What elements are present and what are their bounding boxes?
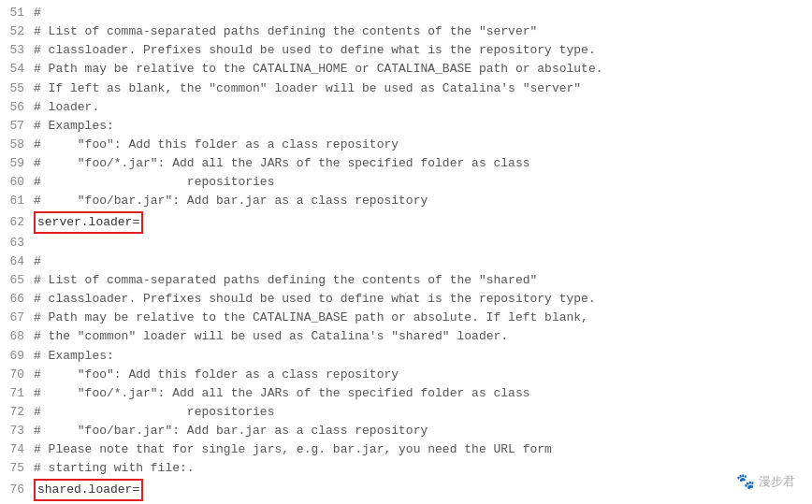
table-row: 73# "foo/bar.jar": Add bar.jar as a clas… [0, 422, 812, 440]
line-number: 62 [4, 213, 34, 232]
line-number: 56 [4, 98, 34, 117]
table-row: 54# Path may be relative to the CATALINA… [0, 60, 812, 79]
table-row: 55# If left as blank, the "common" loade… [0, 79, 812, 98]
line-number: 64 [4, 252, 34, 271]
watermark-text: 漫步君 [759, 472, 795, 491]
table-row: 70# "foo": Add this folder as a class re… [0, 366, 812, 384]
line-number: 57 [4, 117, 34, 136]
code-text: # loader. [34, 100, 99, 114]
table-row: 72# repositories [0, 403, 812, 422]
table-row: 66# classloader. Prefixes should be used… [0, 290, 812, 309]
table-row: 76shared.loader= [0, 479, 812, 501]
line-number: 63 [4, 234, 34, 252]
code-text: # [34, 254, 41, 268]
code-text: # List of comma-separated paths defining… [34, 273, 537, 287]
code-text: # classloader. Prefixes should be used t… [34, 43, 596, 57]
code-text: # classloader. Prefixes should be used t… [34, 292, 596, 306]
watermark-icon: 🐾 [736, 470, 755, 494]
code-text: # repositories [34, 405, 274, 419]
table-row: 71# "foo/*.jar": Add all the JARs of the… [0, 384, 812, 403]
code-text: # the "common" loader will be used as Ca… [34, 329, 508, 343]
line-number: 75 [4, 459, 34, 478]
line-number: 68 [4, 327, 34, 346]
code-text: # starting with file:. [34, 461, 195, 475]
table-row: 62server.loader= [0, 211, 812, 234]
line-number: 59 [4, 154, 34, 173]
table-row: 59# "foo/*.jar": Add all the JARs of the… [0, 154, 812, 173]
table-row: 51# [0, 4, 812, 22]
code-text: # "foo": Add this folder as a class repo… [34, 367, 399, 382]
code-text: # [34, 6, 41, 20]
code-text: # Examples: [34, 119, 114, 133]
code-viewer: 51#52# List of comma-separated paths def… [0, 0, 812, 504]
table-row: 56# loader. [0, 98, 812, 117]
line-number: 72 [4, 403, 34, 422]
table-row: 63 [0, 234, 812, 252]
code-text: # "foo/bar.jar": Add bar.jar as a class … [34, 194, 428, 208]
line-number: 58 [4, 136, 34, 154]
code-text: # If left as blank, the "common" loader … [34, 81, 581, 95]
table-row: 69# Examples: [0, 347, 812, 366]
table-row: 53# classloader. Prefixes should be used… [0, 41, 812, 60]
line-number: 73 [4, 422, 34, 440]
line-number: 52 [4, 22, 34, 41]
table-row: 57# Examples: [0, 117, 812, 136]
table-row: 67# Path may be relative to the CATALINA… [0, 309, 812, 327]
highlighted-code: shared.loader= [34, 479, 143, 501]
line-number: 76 [4, 481, 34, 499]
line-number: 66 [4, 290, 34, 309]
line-number: 53 [4, 41, 34, 60]
line-number: 54 [4, 60, 34, 79]
code-text: # "foo": Add this folder as a class repo… [34, 137, 399, 151]
code-text: # Please note that for single jars, e.g.… [34, 442, 552, 456]
code-text: # Examples: [34, 349, 114, 363]
table-row: 52# List of comma-separated paths defini… [0, 22, 812, 41]
code-text: # "foo/bar.jar": Add bar.jar as a class … [34, 424, 428, 438]
line-number: 67 [4, 309, 34, 327]
line-number: 70 [4, 366, 34, 384]
line-number: 55 [4, 79, 34, 98]
line-number: 65 [4, 271, 34, 290]
table-row: 74# Please note that for single jars, e.… [0, 440, 812, 459]
table-row: 58# "foo": Add this folder as a class re… [0, 136, 812, 154]
line-number: 60 [4, 173, 34, 192]
table-row: 68# the "common" loader will be used as … [0, 327, 812, 346]
line-number: 74 [4, 440, 34, 459]
table-row: 64# [0, 252, 812, 271]
table-row: 61# "foo/bar.jar": Add bar.jar as a clas… [0, 192, 812, 210]
highlighted-code: server.loader= [34, 211, 143, 234]
line-number: 71 [4, 384, 34, 403]
table-row: 65# List of comma-separated paths defini… [0, 271, 812, 290]
line-number: 61 [4, 192, 34, 210]
line-number: 69 [4, 347, 34, 366]
code-text: # "foo/*.jar": Add all the JARs of the s… [34, 386, 530, 400]
table-row: 60# repositories [0, 173, 812, 192]
code-text: # List of comma-separated paths defining… [34, 24, 537, 38]
code-text: # repositories [34, 175, 274, 189]
table-row: 75# starting with file:. [0, 459, 812, 478]
watermark: 🐾 漫步君 [736, 470, 795, 494]
line-number: 51 [4, 4, 34, 22]
code-text: # "foo/*.jar": Add all the JARs of the s… [34, 156, 530, 170]
code-text: # Path may be relative to the CATALINA_B… [34, 310, 588, 324]
code-text: # Path may be relative to the CATALINA_H… [34, 62, 603, 76]
